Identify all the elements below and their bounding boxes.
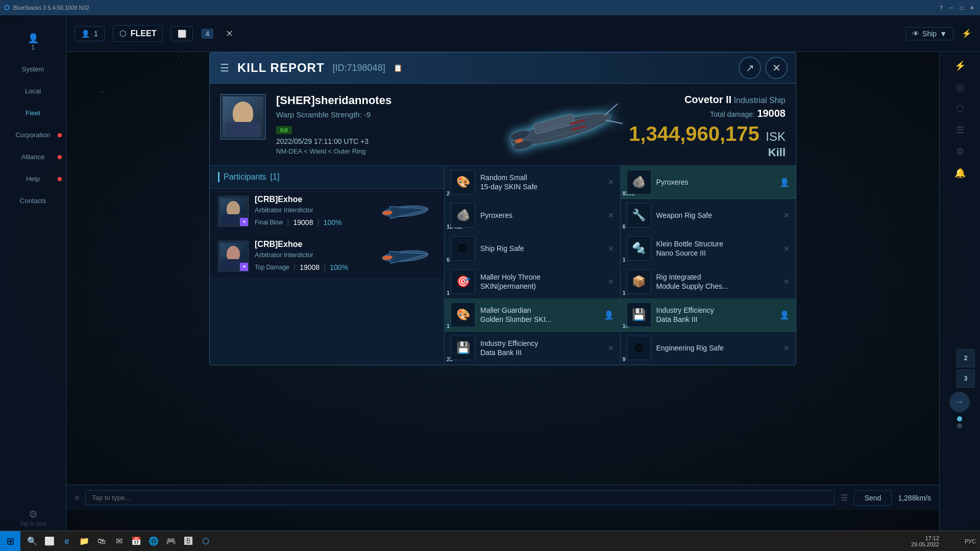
menu-chat-icon[interactable]: ☰ (841, 493, 848, 503)
export-button[interactable]: ↗ (739, 57, 761, 79)
nav-arrow-right[interactable]: → (949, 392, 970, 412)
item-close-left-2[interactable]: ✕ (608, 211, 614, 219)
sidebar-item-system[interactable]: System (0, 58, 66, 80)
minimize-icon[interactable]: ─ (947, 4, 955, 12)
item-qty-right-6: 9 (623, 356, 626, 362)
copy-icon[interactable]: 📋 (394, 64, 402, 72)
menu-icon[interactable]: ☰ (220, 62, 229, 74)
sidebar-item-help[interactable]: Help (0, 168, 66, 190)
isk-line: 1,344,960,175 ISK (629, 123, 786, 144)
mail-icon[interactable]: ✉ (111, 534, 127, 549)
fleet-button[interactable]: ⬡ FLEET (113, 25, 163, 42)
participant-row-1[interactable]: ★ [CRB]Exhoe Arbitrator Interdictor Fina… (210, 189, 444, 234)
participants-title: Participants (224, 172, 266, 182)
right-icon-3[interactable]: ⬡ (953, 100, 967, 117)
item-name-left-1: Random Small15-day SKIN Safe (480, 173, 603, 191)
item-close-left-6[interactable]: ✕ (608, 344, 614, 352)
right-icon-4[interactable]: ☰ (953, 121, 967, 139)
search-taskbar-icon[interactable]: 🔍 (24, 534, 40, 549)
help-icon[interactable]: ? (937, 4, 945, 12)
svg-line-4 (603, 104, 620, 115)
item-close-right-2[interactable]: ✕ (783, 211, 790, 219)
participants-header: Participants [1] (210, 166, 444, 189)
damage-line: Total damage: 19008 (629, 108, 786, 119)
gamepad-icon[interactable]: 🎮 (163, 534, 179, 549)
ship-name-line: Covetor II Industrial Ship (629, 94, 786, 106)
zoom-badge-3[interactable]: 3 (957, 369, 975, 388)
item-row-right-6[interactable]: 9 ⚙ Engineering Rig Safe ✕ (621, 332, 796, 365)
store-icon[interactable]: 🛍 (94, 534, 109, 549)
fleet-close-button[interactable]: ✕ (222, 26, 237, 41)
participant-2-ship-img (375, 241, 436, 271)
item-close-left-3[interactable]: ✕ (608, 244, 614, 253)
taskview-icon[interactable]: ⬜ (42, 534, 57, 549)
item-row-right-3[interactable]: 1 🔩 Klein Bottle StructureNano Source II… (621, 232, 796, 265)
close-icon: ✕ (772, 62, 781, 74)
send-button[interactable]: Send (854, 490, 892, 506)
eye-icon: 👁 (912, 30, 919, 38)
item-close-left-4[interactable]: ✕ (608, 278, 614, 286)
sidebar-item-corporation[interactable]: Corporation (0, 124, 66, 146)
restore-icon[interactable]: □ (958, 4, 966, 12)
item-close-right-6[interactable]: ✕ (783, 344, 790, 352)
participant-2-avatar: ★ (218, 241, 249, 271)
ship-filter-dropdown[interactable]: 👁 Ship ▼ (905, 27, 953, 40)
chat-input[interactable] (85, 490, 834, 505)
taskbar-icons: 🔍 ⬜ e 📁 🛍 ✉ 📅 🌐 🎮 🅱 ⬡ (20, 534, 217, 549)
participant-2-info: [CRB]Exhoe Arbitrator Interdictor Top Da… (255, 240, 369, 272)
avatar-head (233, 102, 253, 124)
participant-1-damage: 19008 (293, 218, 313, 227)
chat-icon-1[interactable]: ≡ (75, 493, 79, 503)
avatar-face (223, 96, 263, 137)
start-button[interactable]: ⊞ (0, 531, 20, 552)
right-icon-2[interactable]: ◎ (953, 79, 967, 96)
right-icon-6[interactable]: 🔔 (951, 164, 969, 182)
item-close-left-1[interactable]: ✕ (608, 178, 614, 186)
isk-value: 1,344,960,175 (629, 122, 760, 145)
browser-icon[interactable]: 🌐 (146, 534, 161, 549)
zoom-badges: 2 3 (957, 349, 975, 388)
sidebar-item-fleet[interactable]: Fleet (0, 102, 66, 124)
modal-title: KILL REPORT (237, 61, 325, 75)
calendar-icon[interactable]: 📅 (129, 534, 144, 549)
item-person-left-5: 👤 (604, 310, 614, 320)
modal-body: [SHER]sheridannotes Warp Scramble Streng… (210, 84, 796, 365)
item-close-right-4[interactable]: ✕ (783, 278, 790, 286)
item-row-right-5[interactable]: 14 💾 Industry EfficiencyData Bank III 👤 (621, 298, 796, 332)
participant-row-2[interactable]: ★ [CRB]Exhoe Arbitrator Interdictor Top … (210, 234, 444, 279)
filter-icon[interactable]: ⚡ (962, 29, 972, 38)
item-row-left-2[interactable]: 12412 🪨 Pyroxeres ✕ (445, 199, 620, 232)
item-row-left-3[interactable]: 6 ⚙ Ship Rig Safe ✕ (445, 232, 620, 265)
right-icon-1[interactable]: ⚡ (951, 57, 969, 74)
item-row-right-1[interactable]: 8303 🪨 Pyroxeres 👤 (621, 166, 796, 199)
bluestacks-taskbar-icon[interactable]: ⬡ (198, 534, 213, 549)
window-controls[interactable]: ? ─ □ ✕ (937, 4, 976, 12)
item-row-left-1[interactable]: 2 🎨 Random Small15-day SKIN Safe ✕ (445, 166, 620, 199)
item-row-left-5[interactable]: 1 🎨 Maller GuardianGolden Slumber SKI...… (445, 298, 620, 332)
sidebar-item-alliance[interactable]: Alliance (0, 146, 66, 168)
item-icon-right-3: 🔩 (627, 236, 651, 261)
zoom-badge-2[interactable]: 2 (957, 349, 975, 367)
item-row-right-2[interactable]: 6 🔧 Weapon Rig Safe ✕ (621, 199, 796, 232)
right-icon-5[interactable]: ⚙ (953, 143, 967, 160)
item-row-right-4[interactable]: 1 📦 Rig IntegratedModule Supply Ches... … (621, 265, 796, 298)
folder-icon[interactable]: 📁 (77, 534, 92, 549)
sidebar-item-person[interactable]: 👤 1 (0, 26, 66, 58)
item-icon-right-4: 📦 (627, 269, 651, 294)
item-icon-left-4: 🎯 (451, 269, 475, 294)
modal-close-button[interactable]: ✕ (765, 57, 788, 79)
app-icon[interactable]: 🅱 (181, 534, 196, 549)
sidebar-item-contacts[interactable]: Contacts (0, 190, 66, 212)
participants-bar (218, 172, 219, 182)
edge-icon[interactable]: e (59, 534, 75, 549)
person-button[interactable]: 👤 1 (75, 26, 105, 41)
corporation-notification-dot (58, 133, 62, 137)
participant-2-stat-label: Top Damage (255, 264, 289, 271)
item-row-left-6[interactable]: 23 💾 Industry EfficiencyData Bank III ✕ (445, 332, 620, 365)
sidebar-item-local[interactable]: Local (0, 80, 66, 102)
window-icon-button[interactable]: ⬜ (171, 26, 193, 41)
close-window-icon[interactable]: ✕ (968, 4, 976, 12)
item-icon-right-6: ⚙ (627, 336, 651, 360)
item-close-right-3[interactable]: ✕ (783, 244, 790, 253)
item-row-left-4[interactable]: 1 🎯 Maller Holy ThroneSKIN(permanent) ✕ (445, 265, 620, 298)
